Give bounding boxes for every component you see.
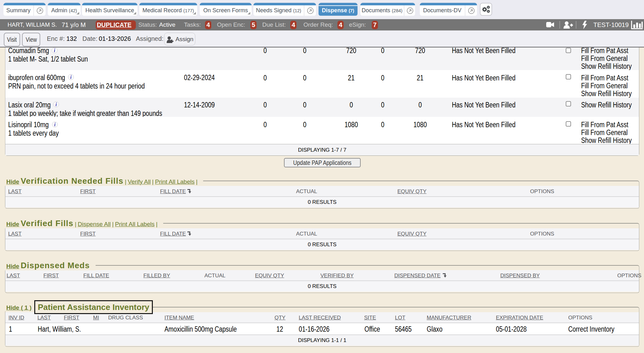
svg-text:i: i [55,102,57,107]
svg-text:i: i [70,74,72,80]
svg-text:i: i [54,48,55,53]
svg-text:i: i [54,122,56,127]
